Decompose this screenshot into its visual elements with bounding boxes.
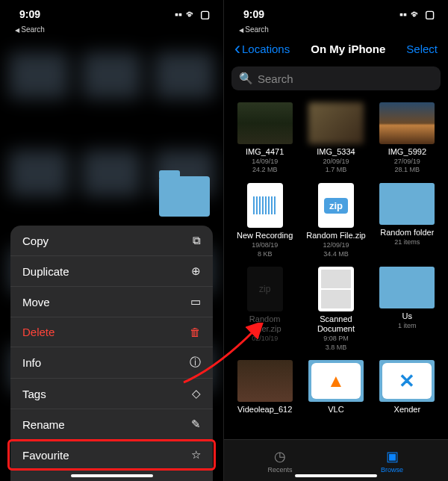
file-date: 14/09/19 — [252, 158, 278, 166]
file-thumbnail — [379, 102, 435, 144]
file-name: IMG_5334 — [317, 147, 355, 157]
file-date: 27/09/19 — [394, 158, 420, 166]
file-size: 8 KB — [258, 250, 273, 258]
menu-item-info[interactable]: Infoⓘ — [10, 347, 213, 379]
tags-icon: ◇ — [192, 387, 201, 400]
file-size: 3.8 MB — [326, 344, 347, 352]
selected-folder-icon — [159, 176, 210, 217]
menu-item-duplicate[interactable]: Duplicate⊕ — [10, 256, 213, 287]
home-indicator — [295, 474, 377, 477]
file-item[interactable]: Us1 item — [373, 265, 442, 354]
menu-item-delete[interactable]: Delete🗑 — [10, 317, 213, 347]
select-button[interactable]: Select — [406, 43, 438, 55]
file-item[interactable]: Scanned Document9:08 PM3.8 MB — [301, 265, 370, 354]
file-thumbnail — [379, 183, 435, 225]
status-indicators: ▪▪ ᯤ ▢ — [399, 8, 435, 20]
file-item[interactable]: Random folder21 items — [373, 181, 442, 261]
search-input[interactable]: 🔍 Search — [231, 66, 441, 90]
breadcrumb-back[interactable]: Search — [224, 25, 448, 34]
file-item[interactable]: Random folder.zip02/10/19 — [230, 265, 299, 354]
file-item[interactable]: IMG_533420/09/191.7 MB — [301, 101, 370, 177]
search-icon: 🔍 — [239, 72, 253, 85]
signal-icon: ▪▪ — [399, 8, 407, 20]
file-name: Videoleap_612 — [237, 405, 292, 415]
file-thumbnail — [247, 183, 283, 228]
menu-item-label: Favourite — [22, 449, 69, 462]
menu-item-move[interactable]: Move▭ — [10, 287, 213, 317]
file-name: IMG_4471 — [246, 147, 284, 157]
file-thumbnail — [247, 267, 283, 311]
rename-icon: ✎ — [191, 418, 201, 431]
right-screenshot: 9:09 ▪▪ ᯤ ▢ Search Locations On My iPhon… — [224, 0, 448, 481]
file-date: 21 items — [394, 238, 420, 246]
tab-label: Recents — [267, 466, 292, 474]
wifi-icon: ᯤ — [411, 8, 421, 20]
page-title: On My iPhone — [311, 43, 385, 55]
file-item[interactable]: VLC — [301, 359, 370, 418]
menu-item-label: Delete — [22, 326, 55, 338]
file-size: 34.4 MB — [323, 250, 349, 258]
menu-item-label: Duplicate — [22, 265, 69, 278]
back-button[interactable]: Locations — [234, 38, 290, 59]
menu-item-favourite[interactable]: Favourite☆ — [10, 440, 213, 471]
menu-item-label: Tags — [22, 388, 46, 400]
file-item[interactable]: IMG_599227/09/1928.1 MB — [373, 101, 442, 177]
search-placeholder: Search — [258, 72, 293, 85]
file-name: IMG_5992 — [388, 147, 426, 157]
context-menu: Copy⧉Duplicate⊕Move▭Delete🗑InfoⓘTags◇Ren… — [10, 226, 213, 481]
file-size: 28.1 MB — [395, 166, 420, 174]
file-thumbnail — [379, 360, 435, 402]
files-grid: IMG_447114/09/1924.2 MBIMG_533420/09/191… — [224, 95, 448, 418]
file-thumbnail — [318, 183, 354, 228]
menu-item-label: Copy — [22, 235, 49, 247]
file-name: Scanned Document — [304, 314, 368, 333]
file-thumbnail — [308, 102, 364, 144]
menu-item-tags[interactable]: Tags◇ — [10, 379, 213, 409]
file-size: 24.2 MB — [252, 166, 278, 174]
file-item[interactable]: New Recording19/08/198 KB — [230, 181, 299, 261]
file-date: 20/09/19 — [323, 158, 349, 166]
menu-item-label: Rename — [22, 418, 65, 431]
file-name: Us — [402, 311, 412, 321]
status-time: 9:09 — [243, 8, 264, 20]
file-item[interactable]: Random File.zip12/09/1934.4 MB — [301, 181, 370, 261]
file-date: 02/10/19 — [252, 335, 278, 343]
file-thumbnail — [379, 267, 435, 308]
file-size: 1.7 MB — [326, 166, 347, 174]
file-thumbnail — [318, 267, 354, 311]
left-screenshot: 9:09 ▪▪ ᯤ ▢ Search Copy⧉Duplicate⊕Move▭D… — [0, 0, 224, 481]
menu-item-label: Move — [22, 296, 50, 308]
menu-item-copy[interactable]: Copy⧉ — [10, 226, 213, 256]
file-item[interactable]: IMG_447114/09/1924.2 MB — [230, 101, 299, 177]
status-bar: 9:09 ▪▪ ᯤ ▢ — [224, 0, 448, 28]
file-date: 19/08/19 — [252, 241, 278, 249]
favourite-icon: ☆ — [191, 448, 201, 462]
folder-icon: ▣ — [386, 448, 399, 465]
nav-bar: Locations On My iPhone Select — [224, 34, 448, 62]
file-thumbnail — [308, 360, 364, 402]
file-date: 9:08 PM — [323, 335, 349, 343]
file-item[interactable]: Xender — [373, 359, 442, 418]
file-name: Random File.zip — [306, 231, 365, 241]
menu-item-label: Info — [22, 356, 41, 369]
delete-icon: 🗑 — [190, 326, 201, 338]
tab-label: Browse — [381, 466, 403, 474]
file-date: 12/09/19 — [323, 241, 349, 249]
file-item[interactable]: Videoleap_612 — [230, 359, 299, 418]
battery-icon: ▢ — [425, 8, 435, 20]
info-icon: ⓘ — [190, 356, 201, 370]
duplicate-icon: ⊕ — [191, 264, 201, 278]
file-thumbnail — [237, 360, 293, 402]
file-name: New Recording — [237, 231, 293, 241]
move-icon: ▭ — [190, 295, 201, 308]
file-name: Xender — [394, 405, 420, 415]
home-indicator — [71, 474, 153, 477]
file-date: 1 item — [398, 322, 417, 330]
copy-icon: ⧉ — [193, 234, 201, 247]
file-name: Random folder.zip — [233, 314, 297, 333]
file-name: Random folder — [380, 228, 434, 238]
clock-icon: ◷ — [274, 448, 286, 465]
file-thumbnail — [237, 102, 293, 144]
file-name: VLC — [328, 405, 343, 415]
menu-item-rename[interactable]: Rename✎ — [10, 409, 213, 440]
